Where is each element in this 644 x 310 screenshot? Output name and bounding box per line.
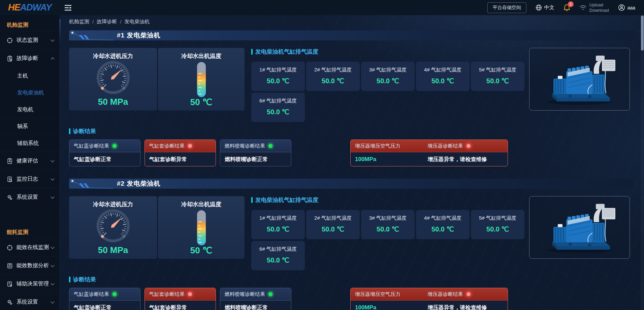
coolant-inlet-pressure-card: 冷却水进机压力 50 MPa — [69, 48, 157, 111]
cylinder-grid: 1# 气缸排气温度 50.0 ℃ 2# 气缸排气温度 50.0 ℃ 3# 气缸排… — [251, 62, 524, 122]
diagnosis-section-title: 诊断结果 — [69, 276, 634, 283]
upload-download-labels: Upload Download — [589, 2, 609, 13]
diesel-engine-image — [539, 52, 620, 106]
sidebar-subitem[interactable]: 主机 — [0, 67, 59, 84]
engine-panel: #2 发电柴油机 冷却水进机压力 50 MPa 冷却水出机温度 — [69, 179, 634, 310]
cylinder-temp-card: 6# 气缸排气温度 50.0 ℃ — [251, 93, 305, 122]
pressure-gauge — [93, 60, 133, 96]
diesel-engine-image — [539, 200, 620, 254]
upload-download[interactable]: Upload Download — [579, 2, 609, 13]
status-dot — [188, 144, 192, 148]
temperature-value: 50 ℃ — [190, 97, 212, 107]
sidebar-item[interactable]: 系统设置 — [0, 188, 59, 206]
status-dot — [466, 144, 471, 148]
sidebar-item[interactable]: 状态监测 — [0, 31, 59, 49]
cylinder-grid: 1# 气缸排气温度 50.0 ℃ 2# 气缸排气温度 50.0 ℃ 3# 气缸排… — [251, 210, 524, 270]
breadcrumb-item[interactable]: 故障诊断 — [97, 19, 117, 25]
chevron-down-icon — [51, 38, 54, 41]
sidebar-item[interactable]: 监控日志 — [0, 170, 59, 188]
sidebar-subitem[interactable]: 发电柴油机 — [0, 84, 59, 101]
panel-title: #1 发电柴油机 — [117, 31, 160, 40]
download-label: Download — [589, 8, 609, 13]
cylinder-temp-card: 4# 气缸排气温度 50.0 ℃ — [416, 62, 470, 91]
scrollbar-track[interactable] — [641, 15, 644, 310]
panel-header-decoration — [69, 30, 114, 40]
cylinder-temp-card: 6# 气缸排气温度 50.0 ℃ — [251, 241, 305, 270]
cylinder-temp-card: 3# 气缸排气温度 50.0 ℃ — [361, 62, 415, 91]
cylinder-temp-card: 5# 气缸排气温度 50.0 ℃ — [471, 62, 524, 91]
sidebar-item[interactable]: 辅助决策管理 — [0, 275, 59, 293]
app-root: HEADWAY 平台存储空间 中文 — [0, 0, 644, 310]
pressure-gauge — [93, 208, 133, 244]
health-assess-icon — [7, 158, 13, 164]
engine-panel: #1 发电柴油机 冷却水进机压力 50 MPa 冷却水出机温度 — [69, 30, 634, 166]
cylinder-section: 发电柴油机气缸排气温度 1# 气缸排气温度 50.0 ℃ 2# 气缸排气温度 5… — [251, 196, 524, 270]
user-menu[interactable]: aaa — [618, 4, 635, 11]
cylinder-head-diagnosis-card: 气缸盖诊断结果 气缸盖诊断正常 — [69, 288, 140, 310]
cylinder-section-title: 发电柴油机气缸排气温度 — [251, 196, 524, 204]
engine-image-card — [529, 48, 630, 111]
username: aaa — [627, 5, 635, 10]
platform-storage-button[interactable]: 平台存储空间 — [487, 2, 526, 13]
turbocharger-diagnosis-card: 增压器增压空气压力 增压器诊断结果 100MPa 增压器异常，请检查维修 — [350, 288, 508, 310]
card-title: 冷却水进机压力 — [93, 200, 133, 208]
pressure-value: 50 MPa — [98, 97, 128, 107]
collapse-menu-icon[interactable] — [64, 4, 72, 11]
cylinder-temp-card: 3# 气缸排气温度 50.0 ℃ — [361, 210, 415, 239]
card-title: 冷却水出机温度 — [181, 200, 221, 208]
scrollbar-thumb[interactable] — [641, 16, 644, 51]
sidebar-subitem[interactable]: 轴系 — [0, 118, 59, 135]
sidebar-item[interactable]: 能效在线监测 — [0, 238, 59, 256]
coolant-outlet-temperature-card: 冷却水出机温度 50 ℃ — [158, 196, 245, 259]
wifi-icon — [579, 5, 587, 11]
cylinder-temp-card: 4# 气缸排气温度 50.0 ℃ — [416, 210, 470, 239]
cylinder-temp-card: 2# 气缸排气温度 50.0 ℃ — [306, 62, 360, 91]
chevron-down-icon — [51, 177, 54, 180]
headway-logo: HEADWAY — [8, 2, 52, 13]
sidebar-subitem[interactable]: 发电机 — [0, 101, 59, 118]
status-monitor-icon — [7, 37, 13, 43]
chevron-down-icon — [51, 245, 54, 249]
top-header: HEADWAY 平台存储空间 中文 — [0, 0, 644, 15]
status-dot — [188, 292, 192, 296]
sidebar-subitem[interactable]: 辅助系统 — [0, 135, 59, 152]
globe-icon — [536, 4, 542, 11]
panel-header: #1 发电柴油机 — [69, 30, 634, 40]
turbocharger-diagnosis-card: 增压器增压空气压力 增压器诊断结果 100MPa 增压器异常，请检查维修 — [350, 140, 508, 166]
chevron-down-icon — [51, 300, 54, 303]
status-dot — [466, 292, 471, 296]
monitor-log-icon — [7, 176, 13, 182]
breadcrumb: 机舱监测/ 故障诊断/ 发电柴油机 — [69, 18, 634, 26]
panel-header-decoration — [69, 179, 114, 189]
panel-title: #2 发电柴油机 — [117, 179, 160, 188]
language-label: 中文 — [544, 4, 554, 11]
diagnosis-row: 气缸盖诊断结果 气缸盖诊断正常 气缸套诊断结果 气缸套诊断异常 燃料喷嘴诊断结果… — [69, 140, 634, 166]
topbar-actions: 平台存储空间 中文 1 — [487, 2, 644, 13]
chevron-down-icon — [51, 281, 54, 285]
cylinder-liner-diagnosis-card: 气缸套诊断结果 气缸套诊断异常 — [144, 140, 216, 166]
status-dot — [112, 292, 117, 296]
sidebar-item[interactable]: 系统设置 — [0, 293, 59, 310]
notification-bell[interactable]: 1 — [564, 4, 570, 11]
language-switch[interactable]: 中文 — [536, 4, 554, 11]
chevron-down-icon — [51, 158, 54, 162]
cylinder-section: 发电柴油机气缸排气温度 1# 气缸排气温度 50.0 ℃ 2# 气缸排气温度 5… — [251, 48, 524, 122]
sidebar-item[interactable]: 健康评估 — [0, 152, 59, 170]
chevron-down-icon — [51, 195, 54, 198]
diagnosis-section-title: 诊断结果 — [69, 127, 634, 135]
breadcrumb-item[interactable]: 发电柴油机 — [124, 19, 150, 25]
chart-icon — [7, 263, 13, 269]
sidebar-item[interactable]: 能效数据分析 — [0, 256, 59, 275]
sidebar-item[interactable]: 故障诊断 — [0, 49, 59, 67]
cylinder-temp-card: 5# 气缸排气温度 50.0 ℃ — [471, 210, 524, 239]
breadcrumb-item[interactable]: 机舱监测 — [69, 19, 89, 25]
panel-header: #2 发电柴油机 — [69, 179, 634, 189]
turbo-result-text: 增压器异常，请检查维修 — [428, 156, 487, 163]
engine-image-card — [529, 196, 630, 259]
cylinder-section-title: 发电柴油机气缸排气温度 — [251, 48, 524, 56]
status-dot — [112, 144, 117, 148]
fuel-nozzle-diagnosis-card: 燃料喷嘴诊断结果 燃料喷嘴诊断正常 — [220, 140, 291, 166]
fault-diagnosis-icon — [7, 56, 13, 62]
card-title: 冷却水进机压力 — [93, 52, 133, 60]
turbo-pressure-value: 100MPa — [355, 156, 428, 163]
